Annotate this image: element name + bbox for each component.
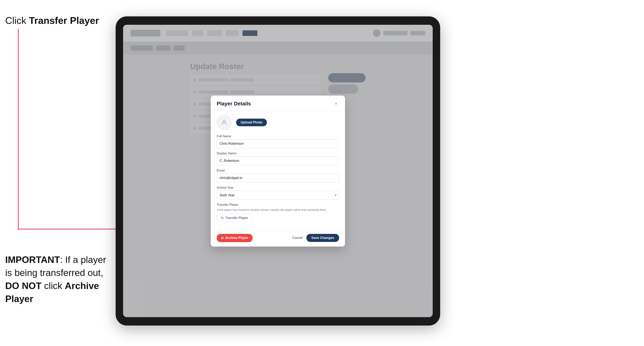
display-name-input[interactable] — [217, 157, 339, 165]
full-name-input[interactable] — [217, 139, 339, 148]
email-group: Email — [217, 169, 339, 182]
school-year-label: School Year — [217, 186, 339, 189]
email-input[interactable] — [217, 173, 339, 182]
modal-footer: ⊘ Archive Player Cancel Save Changes — [211, 230, 345, 247]
tablet-screen: Update Roster — [123, 25, 433, 317]
display-name-group: Display Name — [217, 152, 339, 165]
player-avatar — [217, 115, 232, 130]
school-year-wrapper: Sixth Year First Year Second Year Third … — [217, 191, 339, 200]
transfer-player-description: If this player has moved to another scho… — [217, 208, 339, 212]
save-changes-button[interactable]: Save Changes — [306, 234, 339, 242]
footer-right: Cancel Save Changes — [292, 234, 339, 242]
tablet-device: Update Roster — [116, 16, 440, 326]
modal-body: Upload Photo Full Name Display Name — [211, 111, 345, 230]
arrow-vertical — [18, 29, 19, 230]
transfer-player-section: Transfer Player If this player has moved… — [217, 203, 339, 222]
full-name-group: Full Name — [217, 135, 339, 148]
school-year-group: School Year Sixth Year First Year Second… — [217, 186, 339, 200]
archive-icon: ⊘ — [221, 236, 224, 240]
transfer-player-button[interactable]: ↻ Transfer Player — [217, 214, 252, 222]
cancel-button[interactable]: Cancel — [292, 236, 303, 240]
important-label: IMPORTANT — [5, 255, 60, 265]
transfer-player-button-label: Transfer Player — [225, 216, 248, 220]
upload-photo-button[interactable]: Upload Photo — [236, 119, 267, 126]
email-label: Email — [217, 169, 339, 173]
school-year-select[interactable]: Sixth Year First Year Second Year Third … — [217, 191, 339, 200]
modal-header: Player Details × — [211, 96, 345, 111]
modal-title: Player Details — [217, 101, 251, 107]
modal-close-button[interactable]: × — [333, 101, 339, 107]
avatar-upload-row: Upload Photo — [217, 115, 339, 130]
archive-player-label: Archive Player — [225, 236, 248, 240]
transfer-icon: ↻ — [221, 216, 224, 220]
do-not-label: DO NOT — [5, 281, 42, 291]
player-details-modal: Player Details × Upload Photo — [211, 96, 345, 247]
instruction-highlight: Transfer Player — [29, 15, 99, 26]
display-name-label: Display Name — [217, 152, 339, 155]
full-name-label: Full Name — [217, 135, 339, 138]
archive-player-button[interactable]: ⊘ Archive Player — [217, 234, 252, 242]
modal-overlay: Player Details × Upload Photo — [123, 25, 433, 317]
instruction-top: Click Transfer Player — [5, 15, 99, 26]
transfer-player-label: Transfer Player — [217, 203, 339, 207]
svg-point-0 — [223, 120, 225, 122]
instruction-bottom: IMPORTANT: If a player is being transfer… — [5, 253, 114, 305]
footer-left: ⊘ Archive Player — [217, 234, 252, 242]
